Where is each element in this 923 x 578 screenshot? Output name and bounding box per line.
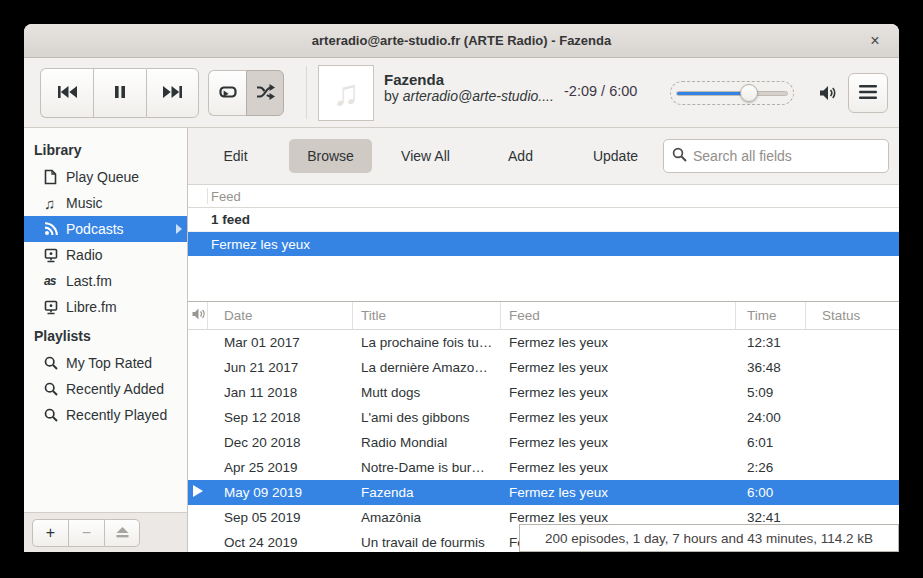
episode-table: Date Title Feed Time Status Mar 01 2017 … [188,301,899,552]
status-column-header[interactable]: Status [806,302,899,329]
table-row[interactable]: Dec 20 2018 Radio Mondial Fermez les yeu… [188,430,899,455]
next-button[interactable] [146,68,199,118]
toolbar-separator [306,66,307,119]
monitor-icon [44,300,62,315]
browse-button[interactable]: Browse [289,139,372,173]
shuffle-icon [256,84,275,103]
feed-summary-row[interactable]: 1 feed [188,208,899,232]
status-summary-tooltip: 200 episodes, 1 day, 7 hours and 43 minu… [519,524,899,552]
date-column-header[interactable]: Date [208,302,353,329]
feed-column-header[interactable]: Feed [188,185,899,208]
play-order-controls [208,70,284,116]
window-title: arteradio@arte-studio.fr (ARTE Radio) - … [312,33,611,48]
shuffle-button[interactable] [246,70,284,116]
music-note-icon: ♫ [44,195,62,212]
speaker-icon [192,308,206,323]
app-window: arteradio@arte-studio.fr (ARTE Radio) - … [24,24,899,552]
eject-button[interactable] [104,519,140,547]
time-display: -2:09 / 6:00 [564,83,637,99]
sidebar-item-librefm[interactable]: Libre.fm [24,294,187,320]
album-art: ♫ [318,65,374,121]
episode-table-header: Date Title Feed Time Status [188,302,899,330]
expander-arrow-icon [176,224,182,234]
table-row[interactable]: Sep 12 2018 L'ami des gibbons Fermez les… [188,405,899,430]
table-row[interactable]: Jan 11 2018 Mutt dogs Fermez les yeux 5:… [188,380,899,405]
title-column-header[interactable]: Title [353,302,501,329]
titlebar[interactable]: arteradio@arte-studio.fr (ARTE Radio) - … [24,24,899,58]
browser-buttons: Edit Browse View All Add Update [188,139,663,173]
pause-icon [114,85,126,102]
repeat-button[interactable] [208,70,246,116]
sidebar-item-label: Play Queue [66,169,139,185]
rss-icon [44,222,62,236]
sidebar-item-label: Last.fm [66,273,112,289]
music-note-icon: ♫ [333,75,360,111]
sidebar-item-label: My Top Rated [66,355,152,371]
artist-name: arteradio@arte-studio.... [403,88,554,104]
close-button[interactable]: × [863,29,887,53]
feed-row-selected[interactable]: Fermez les yeux [188,232,899,256]
feed-name-label: Fermez les yeux [211,237,310,252]
playing-column-header[interactable] [188,302,208,329]
main-area: Library Play Queue ♫ Music Podcasts [24,128,899,552]
remove-source-button[interactable]: − [68,519,104,547]
edit-button[interactable]: Edit [194,139,277,173]
sidebar-item-label: Podcasts [66,221,124,237]
search-icon [672,147,687,166]
search-icon [44,382,62,396]
sidebar-item-lastfm[interactable]: as Last.fm [24,268,187,294]
previous-button[interactable] [40,68,93,118]
search-box[interactable] [663,139,889,173]
sidebar-item-recently-added[interactable]: Recently Added [24,376,187,402]
pause-button[interactable] [93,68,146,118]
repeat-icon [219,84,237,103]
sidebar-item-label: Radio [66,247,103,263]
skip-forward-icon [162,85,183,102]
add-button[interactable]: Add [479,139,562,173]
feed-count-label: 1 feed [211,212,250,227]
playing-indicator-icon [193,485,203,500]
column-separator [207,188,208,204]
track-title: Fazenda [384,71,562,88]
seek-fill [677,92,747,95]
app-menu-button[interactable] [848,73,888,113]
sidebar-item-podcasts[interactable]: Podcasts [24,216,187,242]
search-icon [44,356,62,370]
seek-trough[interactable] [676,91,788,96]
add-source-button[interactable]: + [32,519,68,547]
table-row[interactable]: Apr 25 2019 Notre-Dame is bur… Fermez le… [188,455,899,480]
sidebar-item-radio[interactable]: Radio [24,242,187,268]
seek-slider[interactable] [670,81,794,105]
library-header: Library [24,134,187,164]
status-summary-text: 200 episodes, 1 day, 7 hours and 43 minu… [545,531,873,546]
lastfm-icon: as [44,274,62,288]
sidebar-item-play-queue[interactable]: Play Queue [24,164,187,190]
sidebar-item-recently-played[interactable]: Recently Played [24,402,187,428]
feed-column-header[interactable]: Feed [501,302,736,329]
seek-handle[interactable] [740,84,758,102]
sidebar-list: Library Play Queue ♫ Music Podcasts [24,128,187,512]
search-icon [44,408,62,422]
sidebar-item-label: Music [66,195,103,211]
search-input[interactable] [693,148,880,164]
sidebar-item-label: Recently Played [66,407,167,423]
table-row[interactable]: Jun 21 2017 La dernière Amazo… Fermez le… [188,355,899,380]
content-area: Edit Browse View All Add Update [188,128,899,552]
player-toolbar: ♫ Fazenda by arteradio@arte-studio.... -… [24,58,899,128]
hamburger-menu-icon [859,85,877,102]
view-all-button[interactable]: View All [384,139,467,173]
table-row[interactable]: Mar 01 2017 La prochaine fois tu… Fermez… [188,330,899,355]
sidebar: Library Play Queue ♫ Music Podcasts [24,128,188,552]
sidebar-item-label: Recently Added [66,381,164,397]
playback-controls [40,68,199,118]
table-row-selected[interactable]: May 09 2019 Fazenda Fermez les yeux 6:00 [188,480,899,505]
volume-button[interactable] [814,80,842,108]
desktop-background: arteradio@arte-studio.fr (ARTE Radio) - … [0,0,923,578]
episode-rows: Mar 01 2017 La prochaine fois tu… Fermez… [188,330,899,552]
track-info: Fazenda by arteradio@arte-studio.... [384,71,562,104]
sidebar-item-my-top-rated[interactable]: My Top Rated [24,350,187,376]
time-column-header[interactable]: Time [736,302,806,329]
feed-browser: Feed 1 feed Fermez les yeux [188,184,899,301]
sidebar-item-music[interactable]: ♫ Music [24,190,187,216]
update-button[interactable]: Update [574,139,657,173]
